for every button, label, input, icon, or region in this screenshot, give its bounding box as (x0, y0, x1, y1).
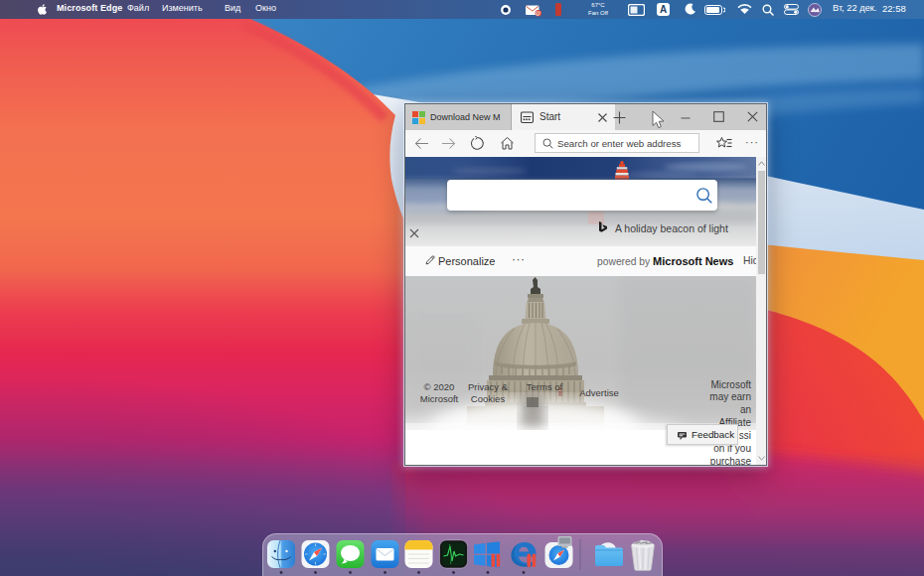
svg-text:@: @ (536, 10, 541, 16)
